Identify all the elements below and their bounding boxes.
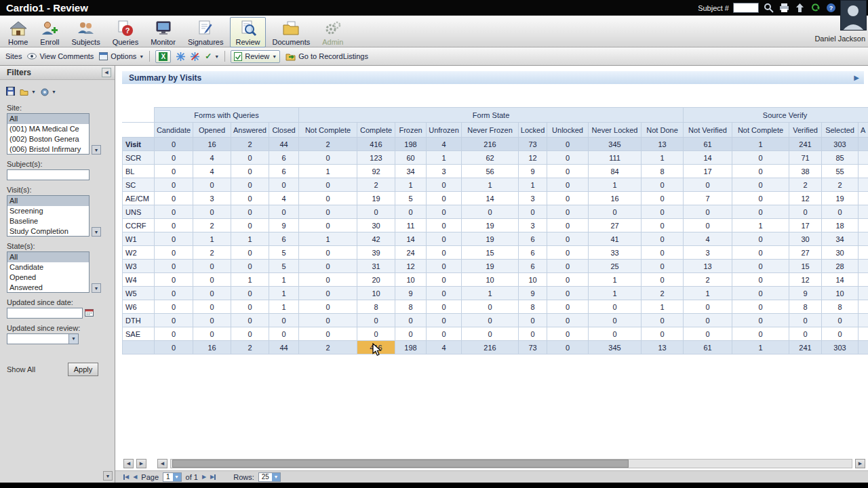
summary-cell[interactable]: 1 <box>193 232 231 246</box>
summary-cell[interactable]: 1 <box>427 151 462 165</box>
summary-cell[interactable]: 1 <box>231 232 269 246</box>
summary-cell[interactable]: 111 <box>589 151 642 165</box>
summary-cell[interactable]: 345 <box>589 138 642 151</box>
summary-cell[interactable]: 62 <box>462 151 519 165</box>
summary-cell[interactable]: 0 <box>789 314 822 327</box>
summary-cell[interactable]: 9 <box>789 287 822 300</box>
summary-cell[interactable]: 0 <box>547 151 589 165</box>
summary-cell[interactable]: 6 <box>269 232 299 246</box>
prev-page-button[interactable]: ◀ <box>133 474 137 480</box>
summary-cell[interactable]: 4 <box>193 165 231 178</box>
summary-cell[interactable]: 0 <box>427 178 462 192</box>
sidebar-scroll-down-button[interactable]: ▼ <box>103 471 113 481</box>
summary-cell[interactable]: 8 <box>789 300 822 314</box>
updated-since-review-select[interactable]: ▼ <box>7 333 79 344</box>
summary-cell[interactable]: 60 <box>395 151 427 165</box>
summary-cell[interactable]: 0 <box>357 327 395 341</box>
summary-cell[interactable]: 0 <box>231 246 269 260</box>
show-all-link[interactable]: Show All <box>7 365 35 373</box>
summary-cell[interactable]: 0 <box>642 219 684 232</box>
summary-cell[interactable]: 8 <box>822 300 859 314</box>
summary-cell[interactable]: 0 <box>395 327 427 341</box>
state-option[interactable]: Answered <box>7 283 89 293</box>
summary-cell[interactable]: 19 <box>462 232 519 246</box>
page-select[interactable]: 1▼ <box>163 472 182 482</box>
summary-cell[interactable]: 2 <box>789 178 822 192</box>
summary-cell[interactable]: 16 <box>193 341 231 354</box>
site-dropdown-button[interactable]: ▼ <box>92 145 101 155</box>
summary-cell[interactable]: 1 <box>589 287 642 300</box>
summary-cell[interactable]: 3 <box>519 219 547 232</box>
summary-cell[interactable]: 4 <box>269 192 299 205</box>
summary-cell[interactable]: 0 <box>299 178 357 192</box>
summary-cell[interactable]: 7 <box>684 192 732 205</box>
summary-cell[interactable]: 0 <box>547 138 589 151</box>
summary-cell[interactable]: 0 <box>789 205 822 219</box>
summary-cell[interactable]: 61 <box>684 341 732 354</box>
summary-cell[interactable]: 0 <box>642 178 684 192</box>
summary-cell[interactable]: 0 <box>427 300 462 314</box>
summary-cell[interactable]: 1 <box>732 138 789 151</box>
summary-cell[interactable]: 44 <box>269 341 299 354</box>
summary-cell[interactable]: 0 <box>732 178 789 192</box>
summary-cell[interactable]: 3 <box>427 165 462 178</box>
summary-cell[interactable]: 92 <box>357 165 395 178</box>
summary-cell[interactable]: 303 <box>822 341 859 354</box>
summary-cell[interactable]: 0 <box>427 219 462 232</box>
hscroll-right-arrow[interactable]: ▶ <box>855 459 865 468</box>
summary-cell[interactable]: 0 <box>589 205 642 219</box>
column-scroll-left-button[interactable]: ◀ <box>123 459 134 468</box>
updated-since-date-input[interactable] <box>7 308 83 319</box>
summary-cell[interactable]: 0 <box>642 327 684 341</box>
summary-cell[interactable]: 27 <box>589 219 642 232</box>
summary-cell[interactable]: 19 <box>822 192 859 205</box>
nav-signatures[interactable]: Signatures <box>182 17 229 47</box>
site-option[interactable]: All <box>7 114 89 124</box>
summary-cell[interactable]: 0 <box>269 314 299 327</box>
sites-button[interactable]: Sites <box>5 52 22 60</box>
summary-cell[interactable]: 0 <box>299 260 357 273</box>
apply-button[interactable]: Apply <box>68 363 98 376</box>
summary-cell[interactable]: 198 <box>395 341 427 354</box>
summary-cell[interactable]: 30 <box>822 246 859 260</box>
summary-cell[interactable]: 0 <box>547 219 589 232</box>
summary-cell[interactable]: 0 <box>155 341 193 354</box>
summary-cell[interactable]: 0 <box>155 219 193 232</box>
search-icon[interactable] <box>763 2 774 14</box>
summary-cell[interactable]: 0 <box>231 151 269 165</box>
summary-cell[interactable]: 0 <box>299 300 357 314</box>
summary-cell[interactable]: 71 <box>789 151 822 165</box>
visit-option[interactable]: Baseline <box>7 216 89 226</box>
summary-cell[interactable]: 0 <box>427 246 462 260</box>
summary-cell[interactable]: 0 <box>732 246 789 260</box>
summary-cell[interactable]: 0 <box>547 260 589 273</box>
summary-cell[interactable]: 241 <box>789 341 822 354</box>
summary-cell[interactable]: 0 <box>299 314 357 327</box>
summary-cell[interactable]: 3 <box>519 192 547 205</box>
expand-panel-icon[interactable]: ▶ <box>854 74 859 81</box>
summary-cell[interactable]: 0 <box>193 287 231 300</box>
summary-cell[interactable]: 2 <box>642 287 684 300</box>
summary-cell[interactable]: 19 <box>462 219 519 232</box>
summary-cell[interactable]: 0 <box>193 314 231 327</box>
summary-cell[interactable]: 1 <box>462 178 519 192</box>
summary-cell[interactable]: 241 <box>789 138 822 151</box>
summary-cell[interactable]: 38 <box>789 165 822 178</box>
summary-cell[interactable]: 0 <box>155 232 193 246</box>
summary-cell[interactable]: 16 <box>589 192 642 205</box>
summary-cell[interactable]: 73 <box>519 341 547 354</box>
summary-cell[interactable]: 17 <box>789 219 822 232</box>
summary-cell[interactable]: 0 <box>519 314 547 327</box>
summary-cell[interactable]: 1 <box>269 287 299 300</box>
summary-cell[interactable]: 1 <box>642 300 684 314</box>
summary-cell[interactable]: 0 <box>395 314 427 327</box>
site-option[interactable]: (006) Bristol Infirmary <box>7 144 89 155</box>
summary-cell[interactable]: 0 <box>193 300 231 314</box>
summary-cell[interactable]: 0 <box>299 151 357 165</box>
summary-cell[interactable]: 0 <box>231 219 269 232</box>
state-option[interactable]: Candidate <box>7 262 89 272</box>
summary-cell[interactable]: 0 <box>642 273 684 287</box>
summary-cell[interactable]: 10 <box>519 273 547 287</box>
summary-cell[interactable]: 6 <box>519 260 547 273</box>
summary-cell[interactable]: 12 <box>395 260 427 273</box>
